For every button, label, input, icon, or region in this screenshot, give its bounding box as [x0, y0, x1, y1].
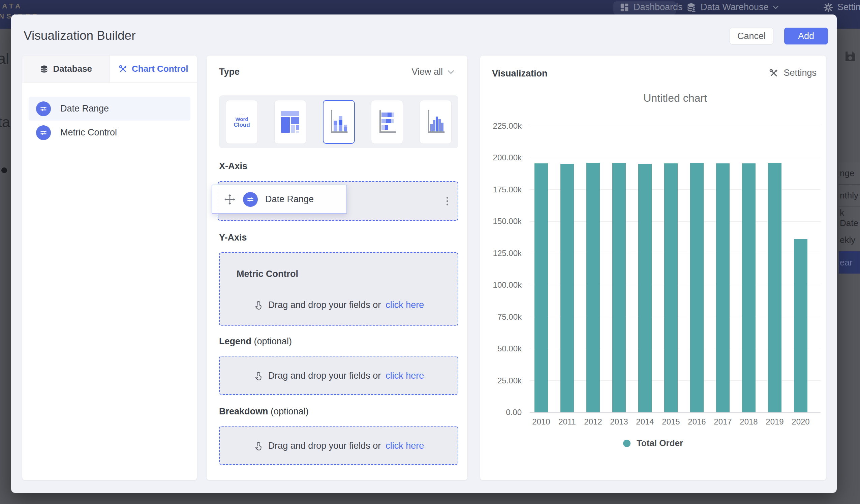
word-cloud-icon: ··· ··· Word Cloud ·· ····	[233, 113, 250, 131]
move-icon	[224, 194, 235, 205]
background-text-fragment-2: ta	[0, 114, 10, 130]
bar-2011	[560, 164, 574, 412]
legend-series-label: Total Order	[636, 438, 683, 448]
bar-2017	[716, 163, 730, 412]
settings-tools-icon	[769, 68, 779, 78]
breakdown-dropzone[interactable]: Drag and drop your fields or click here	[219, 426, 458, 465]
background-menu-item: nthly	[839, 185, 860, 207]
logo-line-1: DATA	[0, 2, 23, 10]
type-heading: Type	[219, 67, 240, 77]
y-tick-label: 175.00k	[485, 185, 522, 195]
y-tick-label: 100.00k	[485, 280, 522, 290]
nav-data-warehouse: Data Warehouse	[686, 0, 779, 14]
bar-2016	[690, 163, 704, 412]
chart-type-word-cloud[interactable]: ··· ··· Word Cloud ·· ····	[226, 100, 258, 144]
y-tick-label: 50.00k	[485, 344, 522, 354]
background-menu-item-selected: ear	[839, 251, 860, 274]
dashboards-icon	[619, 2, 630, 13]
background-menu-item: nge	[839, 162, 860, 185]
visualization-builder-modal: Visualization Builder Cancel Add Databas…	[11, 14, 837, 493]
gear-icon	[823, 2, 833, 13]
chart-settings-label: Settings	[784, 68, 817, 78]
nav-dashboards-label: Dashboards	[633, 2, 683, 13]
kebab-menu-icon[interactable]	[444, 195, 450, 207]
builder-panel: Type View all ··· ··· Word Cloud ·· ····	[206, 56, 468, 480]
legend-dropzone[interactable]: Drag and drop your fields or click here	[219, 356, 458, 395]
y-tick-label: 200.00k	[485, 153, 522, 162]
breakdown-heading: Breakdown (optional)	[219, 406, 309, 417]
tab-chart-control-label: Chart Control	[132, 64, 188, 74]
dropzone-hint: Drag and drop your fields or click here	[220, 300, 458, 310]
y-axis-heading: Y-Axis	[219, 232, 247, 243]
stacked-column-icon	[328, 108, 349, 136]
field-item-metric-control[interactable]: Metric Control	[29, 120, 190, 145]
database-icon	[40, 64, 49, 74]
fields-panel: Database Chart Control Date Range Metric…	[22, 56, 197, 480]
chart-settings-button[interactable]: Settings	[769, 68, 817, 78]
dropzone-hint-text: Drag and drop your fields or	[268, 300, 381, 310]
chart-legend-item[interactable]: Total Order	[480, 438, 826, 448]
background-bullet-dot	[1, 168, 7, 173]
background-text-fragment-1: al	[0, 50, 9, 67]
dropzone-hint-text: Drag and drop your fields or	[268, 441, 381, 451]
chart-type-treemap[interactable]	[274, 100, 306, 144]
nav-settings-label: Settings	[837, 2, 860, 13]
treemap-icon	[280, 108, 301, 136]
control-field-icon	[36, 101, 51, 116]
click-here-link[interactable]: click here	[386, 300, 424, 310]
y-tick-label: 225.00k	[485, 121, 522, 131]
dragged-field-chip-date-range[interactable]: Date Range	[212, 185, 347, 214]
click-here-link[interactable]: click here	[386, 371, 424, 381]
bar-2013	[612, 163, 626, 412]
background-dropdown-menu: nge nthly k Date ekly ear	[839, 162, 860, 274]
legend-dot	[623, 440, 631, 447]
control-field-icon	[36, 125, 51, 140]
y-tick-label: 25.00k	[485, 376, 522, 385]
chart-plot-area: 0.0025.00k50.00k75.00k100.00k125.00k150.…	[530, 126, 820, 412]
x-axis-heading: X-Axis	[219, 161, 247, 172]
modal-title: Visualization Builder	[24, 29, 136, 43]
bar-2010	[534, 163, 548, 412]
view-all-dropdown[interactable]: View all	[412, 67, 454, 77]
background-menu-item: k Date	[839, 207, 860, 229]
y-tick-label: 75.00k	[485, 312, 522, 322]
dropzone-hint: Drag and drop your fields or click here	[220, 371, 458, 381]
bar-2020	[794, 239, 807, 412]
chart-type-stacked-bar[interactable]	[371, 100, 403, 144]
view-all-label: View all	[412, 67, 443, 77]
chart-type-selector: ··· ··· Word Cloud ·· ····	[219, 95, 458, 148]
bar-2018	[742, 163, 756, 412]
chevron-down-icon	[773, 5, 779, 9]
hand-tap-icon	[254, 300, 263, 310]
cancel-button[interactable]: Cancel	[730, 28, 773, 44]
tab-database[interactable]: Database	[22, 56, 110, 82]
hand-tap-icon	[254, 441, 263, 451]
field-item-date-range[interactable]: Date Range	[29, 97, 190, 120]
y-axis-dropzone[interactable]: Metric Control Drag and drop your fields…	[219, 252, 458, 326]
chart-type-histogram[interactable]	[419, 100, 452, 144]
nav-settings: Settings	[823, 0, 860, 14]
drag-chip-label: Date Range	[265, 194, 314, 204]
add-button[interactable]: Add	[784, 28, 828, 44]
nav-data-warehouse-label: Data Warehouse	[701, 2, 769, 13]
bar-2012	[586, 163, 600, 412]
fields-panel-tabs: Database Chart Control	[22, 56, 197, 83]
gridline	[530, 158, 820, 158]
field-item-label: Date Range	[60, 103, 109, 114]
dropzone-hint-text: Drag and drop your fields or	[268, 371, 381, 381]
click-here-link[interactable]: click here	[386, 441, 424, 451]
background-save-icon	[843, 49, 857, 65]
legend-heading: Legend (optional)	[219, 336, 292, 347]
gridline	[530, 126, 820, 126]
bar-2015	[664, 163, 678, 412]
bar-2014	[638, 164, 652, 412]
histogram-icon	[425, 108, 446, 136]
tab-chart-control[interactable]: Chart Control	[110, 56, 197, 82]
control-field-icon	[243, 192, 258, 207]
tools-icon	[118, 64, 128, 74]
visualization-panel: Visualization Settings Untitled chart 0.…	[480, 56, 826, 480]
screen: DATA INSIDER Dashboards Data Warehouse S…	[0, 0, 860, 504]
y-tick-label: 0.00	[485, 408, 522, 417]
background-menu-item: ekly	[839, 229, 860, 251]
chart-type-stacked-column-selected[interactable]	[323, 100, 355, 144]
